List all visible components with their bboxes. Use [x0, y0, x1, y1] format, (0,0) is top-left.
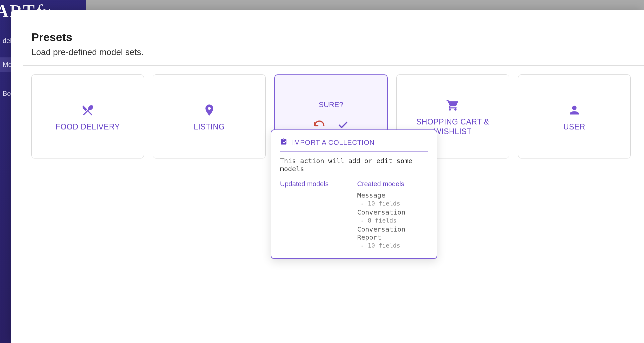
- divider: [23, 65, 644, 66]
- popover-title: IMPORT A COLLECTION: [292, 138, 375, 146]
- preset-card-listing[interactable]: LISTING: [153, 74, 265, 158]
- updated-models-col: Updated models: [280, 180, 351, 250]
- shopping-cart-icon: [446, 96, 459, 114]
- popover-columns: Updated models Created models Message - …: [280, 180, 428, 250]
- modal-title: Presets: [31, 31, 644, 44]
- restaurant-icon: [81, 101, 94, 119]
- model-name: Conversation Report: [357, 225, 426, 241]
- card-label: USER: [558, 122, 591, 132]
- modal-subtitle: Load pre-defined model sets.: [31, 47, 644, 57]
- import-popover: IMPORT A COLLECTION This action will add…: [271, 129, 437, 259]
- model-fields: - 8 fields: [361, 217, 426, 224]
- card-label: FOOD DELIVERY: [50, 122, 125, 132]
- model-name: Message: [357, 191, 426, 199]
- location-pin-icon: [203, 101, 216, 119]
- model-name: Conversation: [357, 208, 426, 216]
- presets-modal: Presets Load pre-defined model sets. FOO…: [11, 10, 644, 343]
- preset-card-food-delivery[interactable]: FOOD DELIVERY: [31, 74, 144, 158]
- created-models-title: Created models: [357, 180, 426, 188]
- updated-models-title: Updated models: [280, 180, 348, 188]
- user-icon: [568, 101, 581, 119]
- created-models-col: Created models Message - 10 fields Conve…: [351, 180, 428, 250]
- popover-description: This action will add or edit some models: [280, 157, 428, 173]
- preset-card-user[interactable]: USER: [518, 74, 631, 158]
- model-fields: - 10 fields: [361, 242, 426, 249]
- popover-header: IMPORT A COLLECTION: [280, 138, 428, 151]
- card-label: LISTING: [188, 122, 230, 132]
- clipboard-icon: [280, 138, 287, 147]
- model-fields: - 10 fields: [361, 200, 426, 207]
- confirm-prompt: SURE?: [319, 100, 343, 109]
